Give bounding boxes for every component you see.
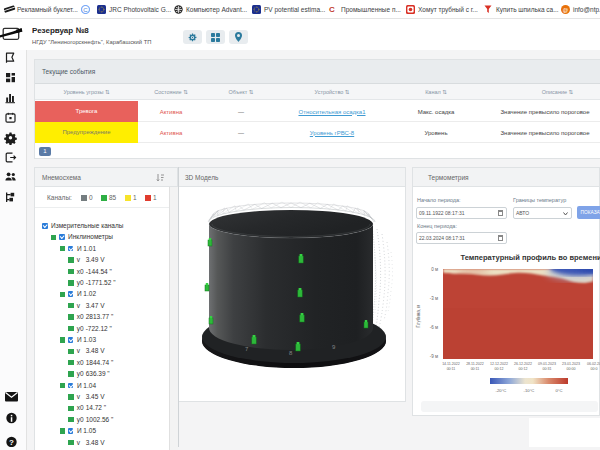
svg-text:-6 м: -6 м bbox=[430, 325, 438, 330]
svg-text:12.12.2022: 12.12.2022 bbox=[490, 362, 508, 366]
svg-text:-3 м: -3 м bbox=[430, 296, 438, 301]
svg-text:00:31: 00:31 bbox=[543, 367, 552, 371]
svg-text:00:12: 00:12 bbox=[519, 367, 528, 371]
svg-text:?: ? bbox=[9, 438, 14, 447]
svg-text:06.02.20: 06.02.20 bbox=[587, 362, 600, 366]
svg-text:Температурный профиль во време: Температурный профиль во времени bbox=[460, 253, 600, 262]
svg-text:C: C bbox=[83, 7, 88, 13]
svg-text:00:12: 00:12 bbox=[495, 367, 504, 371]
svg-text:-9 м: -9 м bbox=[430, 354, 438, 359]
svg-text:0 м: 0 м bbox=[431, 267, 438, 272]
svg-text:-20°C: -20°C bbox=[496, 388, 507, 393]
svg-text:-10°C: -10°C bbox=[524, 388, 535, 393]
svg-text:00:11: 00:11 bbox=[471, 367, 480, 371]
svg-text:09.01.2023: 09.01.2023 bbox=[538, 362, 556, 366]
svg-text:26.12.2022: 26.12.2022 bbox=[514, 362, 532, 366]
svg-text:0°C: 0°C bbox=[555, 388, 562, 393]
svg-text:23.01.2023: 23.01.2023 bbox=[562, 362, 580, 366]
svg-text:14.11.2022: 14.11.2022 bbox=[442, 362, 460, 366]
svg-text:00:0: 00:0 bbox=[591, 367, 598, 371]
svg-text:28.11.2022: 28.11.2022 bbox=[466, 362, 484, 366]
svg-text:00:00: 00:00 bbox=[567, 367, 576, 371]
svg-text:@: @ bbox=[563, 7, 569, 13]
svg-text:Глубина, м: Глубина, м bbox=[416, 305, 421, 328]
svg-text:00:11: 00:11 bbox=[447, 367, 456, 371]
